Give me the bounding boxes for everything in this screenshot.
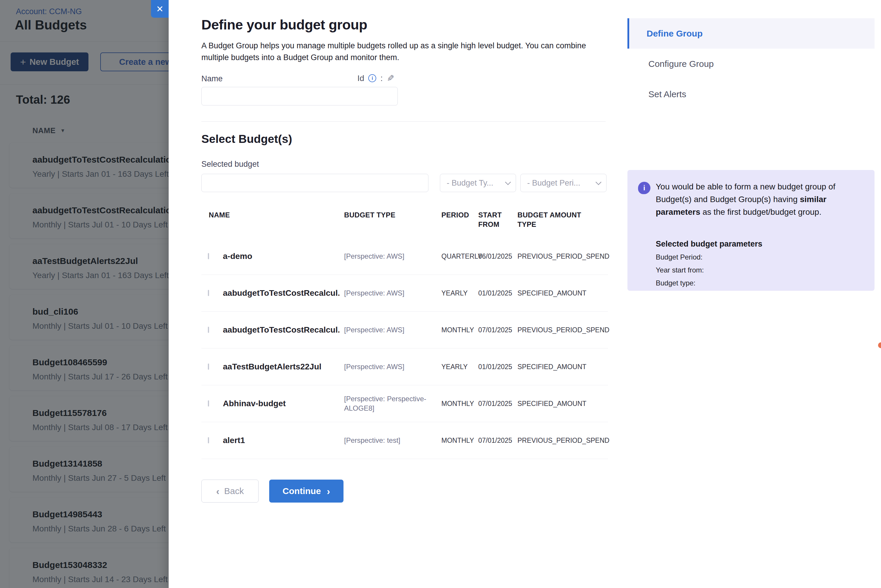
col-header-start-from: START FROM <box>478 210 506 230</box>
budget-type-dropdown[interactable]: - Budget Ty... <box>440 174 516 192</box>
chevron-right-icon: › <box>327 486 330 496</box>
row-amount-type: SPECIFIED_AMOUNT <box>517 289 586 297</box>
param-item: Budget Period: <box>656 253 704 261</box>
col-header-name: NAME <box>209 210 230 220</box>
row-budget-name: aaTestBudgetAlerts22Jul <box>223 362 339 372</box>
info-icon: i <box>638 182 650 194</box>
row-amount-type: PREVIOUS_PERIOD_SPEND <box>517 436 609 444</box>
id-colon: : <box>380 74 383 83</box>
row-budget-name: alert1 <box>223 436 339 445</box>
row-start-from: 06/01/2025 <box>478 252 512 260</box>
info-panel-text: You would be able to form a new budget g… <box>656 181 865 218</box>
info-text-part2: as the first budget/budget group. <box>700 207 821 216</box>
budget-table-row[interactable]: aabudgetToTestCostRecalcul... [Perspecti… <box>201 275 608 312</box>
select-budgets-heading: Select Budget(s) <box>201 133 292 146</box>
row-period: QUARTERLY <box>441 252 482 260</box>
row-amount-type: PREVIOUS_PERIOD_SPEND <box>517 326 609 334</box>
row-budget-name: a-demo <box>223 252 339 261</box>
id-info-icon[interactable]: i <box>368 74 376 82</box>
row-start-from: 07/01/2025 <box>478 326 512 334</box>
chevron-down-icon <box>505 179 511 185</box>
close-icon: ✕ <box>156 4 163 14</box>
row-perspective: [Perspective: AWS] <box>344 288 434 298</box>
row-period: MONTHLY <box>441 326 474 334</box>
drawer-close-button[interactable]: ✕ <box>151 0 168 18</box>
row-start-from: 01/01/2025 <box>478 289 512 297</box>
budget-table-body: a-demo [Perspective: AWS] QUARTERLY 06/0… <box>201 238 608 459</box>
wizard-step-label: Set Alerts <box>648 89 686 99</box>
wizard-step-label: Define Group <box>646 28 703 39</box>
wizard-step[interactable]: Configure Group <box>627 49 875 79</box>
col-header-budget-amount-type: BUDGET AMOUNT TYPE <box>517 210 585 230</box>
row-checkbox[interactable] <box>208 253 209 259</box>
wizard-step-label: Configure Group <box>648 59 714 69</box>
param-item: Budget type: <box>656 279 704 287</box>
budget-period-dropdown[interactable]: - Budget Peri... <box>520 174 606 192</box>
row-budget-name: aabudgetToTestCostRecalcul... <box>223 325 339 334</box>
budget-table-header: NAME BUDGET TYPE PERIOD START FROM BUDGE… <box>201 210 608 238</box>
drawer-title: Define your budget group <box>201 16 367 33</box>
budget-table-row[interactable]: aabudgetToTestCostRecalcul... [Perspecti… <box>201 312 608 348</box>
selected-budget-search-input[interactable] <box>201 174 428 192</box>
budget-group-drawer: Define your budget group A Budget Group … <box>168 0 881 588</box>
row-budget-name: aabudgetToTestCostRecalcul... <box>223 288 339 298</box>
row-perspective: [Perspective: AWS] <box>344 325 434 334</box>
row-start-from: 07/01/2025 <box>478 436 512 444</box>
row-perspective: [Perspective: AWS] <box>344 362 434 372</box>
budget-table-row[interactable]: Abhinav-budget [Perspective: Perspective… <box>201 386 608 422</box>
row-amount-type: PREVIOUS_PERIOD_SPEND <box>517 252 609 260</box>
row-start-from: 07/01/2025 <box>478 400 512 408</box>
row-amount-type: SPECIFIED_AMOUNT <box>517 400 586 408</box>
budget-period-dropdown-value: - Budget Peri... <box>527 178 580 188</box>
col-header-period: PERIOD <box>441 210 469 220</box>
row-perspective: [Perspective: Perspective-ALOGE8] <box>344 394 434 413</box>
row-amount-type: SPECIFIED_AMOUNT <box>517 363 586 371</box>
row-period: YEARLY <box>441 363 468 371</box>
row-period: YEARLY <box>441 289 468 297</box>
continue-button[interactable]: Continue › <box>269 480 343 502</box>
param-item: Year start from: <box>656 266 704 274</box>
budget-table-row[interactable]: aaTestBudgetAlerts22Jul [Perspective: AW… <box>201 348 608 386</box>
back-button[interactable]: ‹ Back <box>201 480 259 502</box>
selected-params-heading: Selected budget parameters <box>656 240 762 249</box>
wizard-step[interactable]: Set Alerts <box>627 79 875 109</box>
chevron-down-icon <box>595 179 601 185</box>
row-checkbox[interactable] <box>208 437 209 443</box>
row-period: MONTHLY <box>441 436 474 444</box>
id-label: Id <box>357 74 364 83</box>
budget-table-row[interactable]: a-demo [Perspective: AWS] QUARTERLY 06/0… <box>201 238 608 275</box>
row-period: MONTHLY <box>441 400 474 408</box>
wizard-step[interactable]: Define Group <box>627 18 875 49</box>
selected-budget-label: Selected budget <box>201 160 259 169</box>
selected-params-list: Budget Period: Year start from: Budget t… <box>656 253 704 292</box>
row-budget-name: Abhinav-budget <box>223 399 339 408</box>
row-checkbox[interactable] <box>208 400 209 406</box>
drawer-description: A Budget Group helps you manage multiple… <box>201 40 602 64</box>
row-checkbox[interactable] <box>208 327 209 333</box>
name-field-label: Name <box>201 74 223 83</box>
wizard-steps: Define Group Configure Group Set Alerts <box>627 18 875 109</box>
edit-id-pencil-icon[interactable]: ✎ <box>387 73 394 83</box>
row-checkbox[interactable] <box>208 290 209 296</box>
budget-table-row[interactable]: alert1 [Perspective: test] MONTHLY 07/01… <box>201 422 608 459</box>
row-perspective: [Perspective: test] <box>344 436 434 445</box>
info-panel: i You would be able to form a new budget… <box>627 170 875 291</box>
budget-type-dropdown-value: - Budget Ty... <box>447 178 493 188</box>
id-row: Id i : ✎ <box>357 73 394 83</box>
col-header-budget-type: BUDGET TYPE <box>344 210 395 220</box>
group-name-input[interactable] <box>201 87 398 105</box>
row-checkbox[interactable] <box>208 363 209 370</box>
back-label: Back <box>224 486 244 496</box>
row-start-from: 01/01/2025 <box>478 363 512 371</box>
chevron-left-icon: ‹ <box>216 486 219 496</box>
row-perspective: [Perspective: AWS] <box>344 252 434 261</box>
continue-label: Continue <box>283 486 321 496</box>
